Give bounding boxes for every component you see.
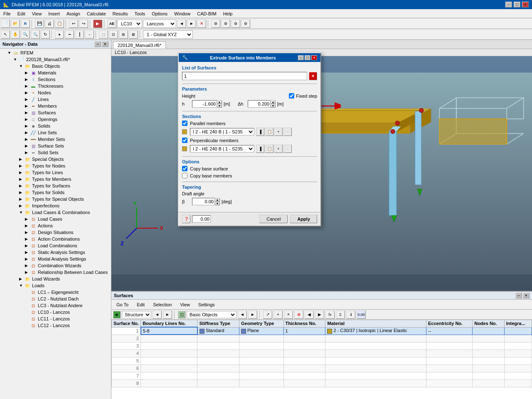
tree-lc3[interactable]: ⊡ LC3 - Nutzlast Andere bbox=[0, 302, 111, 309]
tb-surface[interactable]: ▫ bbox=[85, 30, 94, 39]
delta-h-spin-down[interactable]: ▼ bbox=[271, 104, 276, 108]
tb-prev-lc[interactable]: ◄ bbox=[177, 20, 186, 28]
arrow-tm[interactable]: ▶ bbox=[19, 177, 24, 181]
arrow-sf[interactable]: ▶ bbox=[25, 111, 30, 115]
tb-more1[interactable]: ⚙ bbox=[211, 20, 220, 28]
tb-fx[interactable]: fx bbox=[325, 310, 335, 319]
panel-minimize[interactable]: – bbox=[515, 293, 522, 298]
tree-modal-analysis[interactable]: ▶ ⊡ Modal Analysis Settings bbox=[0, 256, 111, 262]
menu-results[interactable]: Results bbox=[109, 10, 131, 17]
tree-special-objects[interactable]: ▶ 📁 Special Objects bbox=[0, 156, 111, 163]
arrow-basic[interactable]: ▼ bbox=[19, 64, 24, 68]
nav-close[interactable]: × bbox=[102, 41, 108, 47]
beta-input[interactable] bbox=[192, 198, 215, 205]
tree-loads[interactable]: ▼ 📁 Loads bbox=[0, 282, 111, 289]
perpendicular-checkbox[interactable] bbox=[182, 138, 187, 143]
menu-edit[interactable]: Edit bbox=[14, 10, 29, 17]
arrow-ln[interactable]: ▶ bbox=[25, 97, 30, 101]
tree-design-situations[interactable]: ▶ ⊡ Design Situations bbox=[0, 229, 111, 236]
tree-load-combinations[interactable]: ▶ ⊡ Load Combinations bbox=[0, 242, 111, 249]
tb-zoom-in[interactable]: 🔍 bbox=[21, 30, 30, 39]
arrow-thk[interactable]: ▶ bbox=[25, 84, 30, 88]
tree-surfaces[interactable]: ▶ ▨ Surfaces bbox=[0, 109, 111, 116]
arrow-tn[interactable]: ▶ bbox=[19, 164, 24, 168]
panel-close[interactable]: × bbox=[523, 293, 530, 298]
tree-lines[interactable]: ▶ ╱ Lines bbox=[0, 96, 111, 103]
tree-file[interactable]: ▼ 📄 220128_Manual3.rf6* bbox=[0, 56, 111, 63]
tb-save[interactable]: 💾 bbox=[35, 20, 44, 28]
tree-types-special[interactable]: ▶ 📁 Types for Special Objects bbox=[0, 196, 111, 202]
basic-objects-dropdown[interactable]: Basic Objects bbox=[187, 311, 236, 318]
cell-boundary[interactable]: 5-8 bbox=[141, 327, 197, 335]
tb-print[interactable]: 🖨 bbox=[45, 20, 54, 28]
perp-icon-view[interactable]: ▐ bbox=[256, 145, 264, 153]
table-row[interactable]: 5 bbox=[112, 357, 532, 365]
cell-boundary[interactable] bbox=[141, 335, 197, 342]
tb-sum[interactable]: Σ bbox=[336, 310, 345, 319]
tree-member-sets[interactable]: ▶ ━━ Member Sets bbox=[0, 136, 111, 143]
tree-types-solids[interactable]: ▶ 📁 Types for Solids bbox=[0, 189, 111, 196]
tree-lc10[interactable]: ⊡ LC10 - Lanczos bbox=[0, 309, 111, 315]
parallel-section-select[interactable]: I 2 - HE 240 B | 1 - S235 bbox=[190, 128, 254, 135]
perp-icon-edit[interactable]: 📋 bbox=[265, 145, 273, 153]
tb-x-red[interactable]: ✕ bbox=[197, 20, 206, 28]
panel-prev[interactable]: ◄ bbox=[153, 310, 162, 319]
cell-boundary[interactable] bbox=[141, 372, 197, 379]
tb-calculate[interactable]: ▶ bbox=[93, 20, 102, 28]
arrow-op[interactable]: ▶ bbox=[25, 117, 30, 121]
tb-undo[interactable]: ↩ bbox=[69, 20, 78, 28]
menu-help[interactable]: Help bbox=[220, 10, 236, 17]
structure-dropdown[interactable]: Structure bbox=[122, 311, 151, 318]
parallel-checkbox[interactable] bbox=[182, 121, 187, 126]
table-row[interactable]: 2 bbox=[112, 335, 532, 342]
viewport[interactable]: X Y Z bbox=[111, 56, 532, 291]
list-clear-button[interactable]: × bbox=[309, 72, 317, 80]
panel-menu-view[interactable]: View bbox=[177, 301, 193, 308]
restore-button[interactable]: □ bbox=[514, 2, 520, 7]
h-spin-up[interactable]: ▲ bbox=[217, 100, 222, 104]
arrow-ss[interactable]: ▶ bbox=[25, 144, 30, 148]
tree-actions[interactable]: ▶ ⊡ Actions bbox=[0, 222, 111, 229]
lc-dropdown[interactable]: LC10 bbox=[117, 20, 142, 28]
parallel-icon-edit[interactable]: 📋 bbox=[265, 128, 273, 136]
tree-imperfections[interactable]: ▶ 📁 Imperfections bbox=[0, 202, 111, 209]
arrow-ds[interactable]: ▶ bbox=[25, 230, 30, 234]
cancel-button[interactable]: Cancel bbox=[259, 215, 288, 223]
cell-boundary[interactable] bbox=[141, 350, 197, 357]
perp-section-select[interactable]: I 2 - HE 240 B | 1 - S235 bbox=[190, 145, 254, 153]
arrow-lcomb[interactable]: ▶ bbox=[25, 244, 30, 248]
arrow-sol[interactable]: ▶ bbox=[25, 124, 30, 128]
tb-more2[interactable]: ⚙ bbox=[221, 20, 230, 28]
tb-pan[interactable]: ✋ bbox=[11, 30, 20, 39]
tb-rotate[interactable]: ↻ bbox=[41, 30, 50, 39]
nav-minimize[interactable]: – bbox=[94, 41, 101, 47]
tree-solids[interactable]: ▶ ■ Solids bbox=[0, 123, 111, 129]
menu-tools[interactable]: Tools bbox=[131, 10, 148, 17]
table-row[interactable]: 4 bbox=[112, 350, 532, 357]
tb-arrow-right[interactable]: ▶ bbox=[315, 310, 324, 319]
tree-openings[interactable]: ▶ □ Openings bbox=[0, 116, 111, 123]
menu-view[interactable]: View bbox=[29, 10, 45, 17]
arrow-ms[interactable]: ▶ bbox=[25, 137, 30, 141]
tb-node[interactable]: ● bbox=[55, 30, 64, 39]
menu-window[interactable]: Window bbox=[171, 10, 194, 17]
tree-combination-wizards[interactable]: ▶ ⊡ Combination Wizards bbox=[0, 262, 111, 269]
delta-h-input[interactable] bbox=[248, 100, 271, 108]
h-spin-down[interactable]: ▼ bbox=[217, 104, 222, 108]
tree-types-members[interactable]: ▶ 📁 Types for Members bbox=[0, 176, 111, 182]
arrow-lw[interactable]: ▶ bbox=[19, 277, 24, 281]
cell-boundary[interactable] bbox=[141, 365, 197, 372]
dialog-restore[interactable]: □ bbox=[305, 55, 310, 60]
arrow-sec[interactable]: ▶ bbox=[25, 77, 30, 81]
panel-menu-edit[interactable]: Edit bbox=[133, 301, 148, 308]
dialog-close[interactable]: × bbox=[311, 55, 317, 60]
h-input[interactable] bbox=[192, 100, 217, 108]
arrow-sa[interactable]: ▶ bbox=[25, 250, 30, 254]
tree-lc11[interactable]: ⊡ LC11 - Lanczos bbox=[0, 315, 111, 322]
menu-options[interactable]: Options bbox=[148, 10, 171, 17]
arrow-cw[interactable]: ▶ bbox=[25, 264, 30, 268]
tb-view2[interactable]: ⊡ bbox=[109, 30, 118, 39]
arrow-ac[interactable]: ▶ bbox=[25, 237, 30, 241]
menu-calculate[interactable]: Calculate bbox=[84, 10, 109, 17]
parallel-icon-view[interactable]: ▐ bbox=[256, 128, 264, 136]
